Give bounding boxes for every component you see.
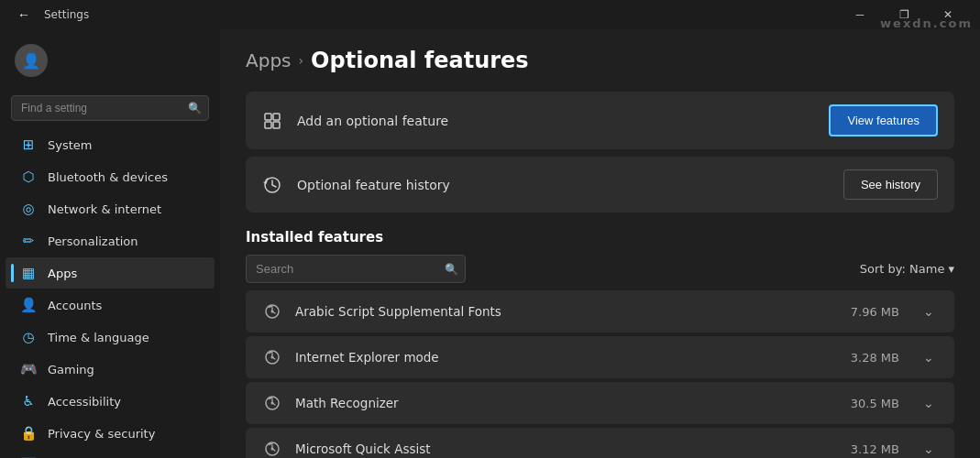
sidebar-search-box: 🔍 [11,95,209,121]
breadcrumb: Apps › Optional features [246,48,954,73]
accessibility-icon: ♿ [20,393,37,409]
restore-button[interactable]: ❐ [883,0,925,29]
svg-rect-2 [265,122,271,128]
feature-history-action-button[interactable]: See history [843,169,938,200]
sidebar-item-label-personalization: Personalization [48,234,200,248]
ie-mode-expand-button[interactable]: ⌄ [919,348,938,366]
breadcrumb-apps-link[interactable]: Apps [246,49,292,71]
personalization-icon: ✏ [20,233,37,249]
feature-row-ie-mode[interactable]: Internet Explorer mode3.28 MB⌄ [246,336,954,378]
math-recognizer-expand-button[interactable]: ⌄ [919,394,938,412]
add-feature-icon [262,111,282,131]
sidebar-item-gaming[interactable]: 🎮Gaming [6,354,215,385]
svg-rect-3 [273,122,280,128]
sidebar-item-time[interactable]: ◷Time & language [6,322,215,353]
user-profile: 👤 [0,37,220,92]
card-add-feature: Add an optional featureView features [246,92,954,149]
svg-point-8 [271,356,274,359]
arabic-fonts-size: 7.96 MB [851,305,899,319]
ie-mode-name: Internet Explorer mode [295,350,838,365]
sort-bar: 🔍 Sort by: Name ▾ [246,255,954,283]
arabic-fonts-name: Arabic Script Supplemental Fonts [295,304,838,319]
svg-point-12 [271,448,274,451]
math-recognizer-icon [262,393,282,413]
sort-chevron-icon: ▾ [948,262,954,276]
cards-list: Add an optional featureView features Opt… [246,92,954,213]
svg-rect-0 [265,114,271,120]
math-recognizer-size: 30.5 MB [851,397,899,410]
sidebar-item-label-network: Network & internet [48,202,200,216]
sidebar-item-label-system: System [48,138,200,152]
close-button[interactable]: ✕ [927,0,969,29]
gaming-icon: 🎮 [20,361,37,377]
breadcrumb-current: Optional features [311,48,529,73]
time-icon: ◷ [20,329,37,345]
sidebar-item-privacy[interactable]: 🔒Privacy & security [6,418,215,449]
math-recognizer-name: Math Recognizer [295,396,838,410]
sidebar-item-label-privacy: Privacy & security [48,427,200,441]
sidebar-item-accounts[interactable]: 👤Accounts [6,289,215,321]
svg-point-6 [271,311,274,313]
sidebar-item-label-apps: Apps [48,267,200,280]
feature-row-quick-assist[interactable]: Microsoft Quick Assist3.12 MB⌄ [246,428,954,458]
sidebar-item-accessibility[interactable]: ♿Accessibility [6,386,215,417]
sidebar-item-label-accounts: Accounts [48,299,200,312]
bluetooth-icon: ⬡ [20,169,37,185]
back-button[interactable]: ← [11,2,37,27]
installed-section-title: Installed features [246,229,954,245]
sidebar-item-bluetooth[interactable]: ⬡Bluetooth & devices [6,161,215,192]
sidebar-item-personalization[interactable]: ✏Personalization [6,225,215,256]
sidebar-search-icon: 🔍 [188,102,202,114]
arabic-fonts-icon [262,301,282,322]
system-icon: ⊞ [20,136,37,153]
network-icon: ◎ [20,201,37,217]
sidebar-item-windows-update[interactable]: 🔃Windows Update [6,450,215,458]
add-feature-action-button[interactable]: View features [829,104,938,136]
add-feature-label: Add an optional feature [297,114,814,128]
feature-history-icon [262,175,282,195]
ie-mode-size: 3.28 MB [851,351,899,365]
sort-label-text: Sort by: Name [860,262,945,276]
sidebar-item-label-bluetooth: Bluetooth & devices [48,170,200,184]
arabic-fonts-expand-button[interactable]: ⌄ [919,302,938,321]
features-list: Arabic Script Supplemental Fonts7.96 MB⌄… [246,290,954,458]
titlebar: ← Settings ─ ❐ ✕ [0,0,980,29]
sidebar-item-label-accessibility: Accessibility [48,395,200,409]
feature-row-math-recognizer[interactable]: Math Recognizer30.5 MB⌄ [246,382,954,424]
svg-rect-1 [273,114,280,120]
sidebar-item-label-time: Time & language [48,331,200,344]
avatar: 👤 [15,44,48,77]
sidebar-item-system[interactable]: ⊞System [6,129,215,160]
feature-search-wrapper: 🔍 [246,255,466,283]
sidebar-item-apps[interactable]: ▦Apps [6,257,215,289]
ie-mode-icon [262,347,282,367]
feature-row-arabic-fonts[interactable]: Arabic Script Supplemental Fonts7.96 MB⌄ [246,290,954,333]
titlebar-title: Settings [44,8,831,21]
feature-history-label: Optional feature history [297,178,829,192]
quick-assist-icon [262,439,282,458]
quick-assist-size: 3.12 MB [851,442,899,456]
privacy-icon: 🔒 [20,425,37,442]
card-feature-history: Optional feature historySee history [246,157,954,213]
breadcrumb-separator: › [299,53,304,68]
accounts-icon: 👤 [20,297,37,313]
window-controls: ─ ❐ ✕ [839,0,969,29]
sidebar-item-label-gaming: Gaming [48,363,200,376]
apps-icon: ▦ [20,265,37,281]
minimize-button[interactable]: ─ [839,0,881,29]
quick-assist-name: Microsoft Quick Assist [295,442,838,456]
sort-dropdown[interactable]: Sort by: Name ▾ [860,262,954,276]
quick-assist-expand-button[interactable]: ⌄ [919,440,938,458]
svg-point-10 [271,402,274,405]
sidebar-item-network[interactable]: ◎Network & internet [6,193,215,224]
sidebar: 👤 🔍 ⊞System⬡Bluetooth & devices◎Network … [0,29,220,458]
main-content: Apps › Optional features Add an optional… [220,29,980,458]
app-layout: 👤 🔍 ⊞System⬡Bluetooth & devices◎Network … [0,29,980,458]
feature-search-input[interactable] [246,255,466,283]
nav-list: ⊞System⬡Bluetooth & devices◎Network & in… [0,128,220,458]
sidebar-search-input[interactable] [11,95,209,121]
